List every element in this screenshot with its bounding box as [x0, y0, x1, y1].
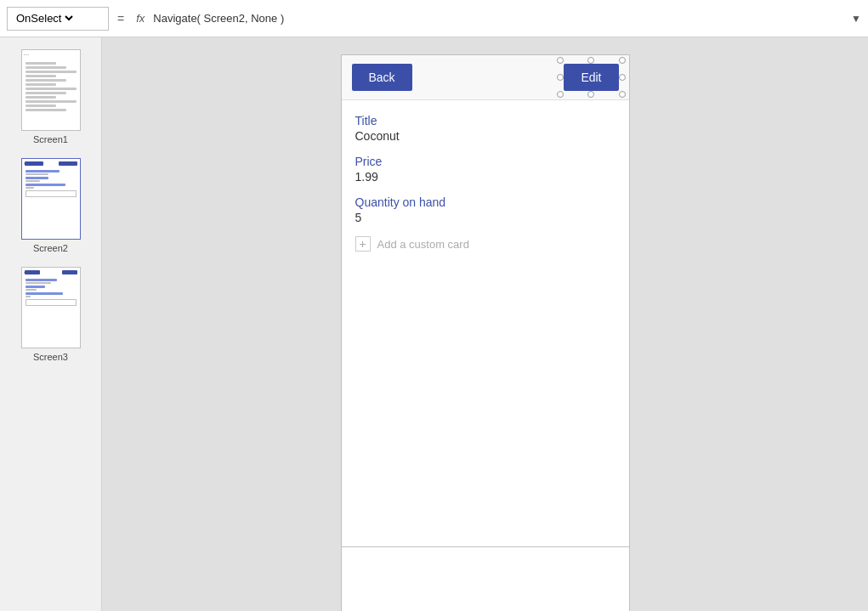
quantity-value: 5: [355, 211, 616, 224]
title-value: Coconut: [355, 129, 616, 143]
fx-label: fx: [133, 12, 148, 25]
plus-icon: +: [355, 236, 371, 252]
handle-top-right[interactable]: [619, 57, 626, 64]
edit-button-wrapper: Edit: [564, 64, 618, 91]
formula-input[interactable]: [153, 7, 846, 31]
handle-middle-right[interactable]: [619, 74, 626, 81]
screen2-thumbnail: ···: [21, 158, 81, 240]
sidebar-item-screen1[interactable]: ··· Screen1: [0, 44, 101, 150]
formula-chevron-icon[interactable]: ▼: [851, 13, 861, 25]
handle-bottom-right[interactable]: [619, 91, 626, 98]
phone-top-bar: Back Edit: [342, 55, 629, 100]
quantity-label: Quantity on hand: [355, 195, 616, 209]
back-button[interactable]: Back: [352, 64, 412, 91]
screen1-label: Screen1: [33, 134, 68, 144]
sidebar-item-screen2[interactable]: ··· Screen2: [0, 153, 101, 258]
screen2-dots-menu[interactable]: ···: [24, 161, 30, 167]
canvas-area: Back Edit: [102, 37, 868, 611]
handle-middle-left[interactable]: [557, 74, 564, 81]
add-custom-card-row[interactable]: + Add a custom card: [355, 236, 616, 252]
price-label: Price: [355, 155, 616, 168]
screen1-dots-menu[interactable]: ···: [24, 52, 30, 59]
formula-bar: OnSelect = fx ▼: [0, 0, 868, 37]
screen3-label: Screen3: [33, 352, 68, 362]
add-custom-card-label: Add a custom card: [377, 238, 469, 251]
phone-content: Title Coconut Price 1.99 Quantity on han…: [342, 100, 629, 265]
handle-bottom-middle[interactable]: [587, 91, 594, 98]
screen3-thumbnail: ···: [21, 267, 81, 348]
equals-sign: =: [114, 12, 128, 25]
sidebar: ··· Screen1: [0, 37, 102, 611]
phone-bottom-extension: [341, 547, 630, 611]
handle-top-middle[interactable]: [587, 57, 594, 64]
sidebar-item-screen3[interactable]: ··· Screen3: [0, 262, 101, 367]
handle-bottom-left[interactable]: [557, 91, 564, 98]
price-value: 1.99: [355, 170, 616, 184]
property-select[interactable]: OnSelect: [13, 11, 76, 25]
phone-frame: Back Edit: [341, 54, 630, 547]
screen1-thumbnail: ···: [21, 49, 81, 131]
property-dropdown[interactable]: OnSelect: [7, 7, 109, 31]
screen3-dots-menu[interactable]: ···: [24, 269, 30, 276]
edit-button[interactable]: Edit: [564, 64, 618, 91]
screen2-label: Screen2: [33, 243, 68, 253]
main-area: ··· Screen1: [0, 37, 868, 611]
handle-top-left[interactable]: [557, 57, 564, 64]
title-label: Title: [355, 114, 616, 127]
